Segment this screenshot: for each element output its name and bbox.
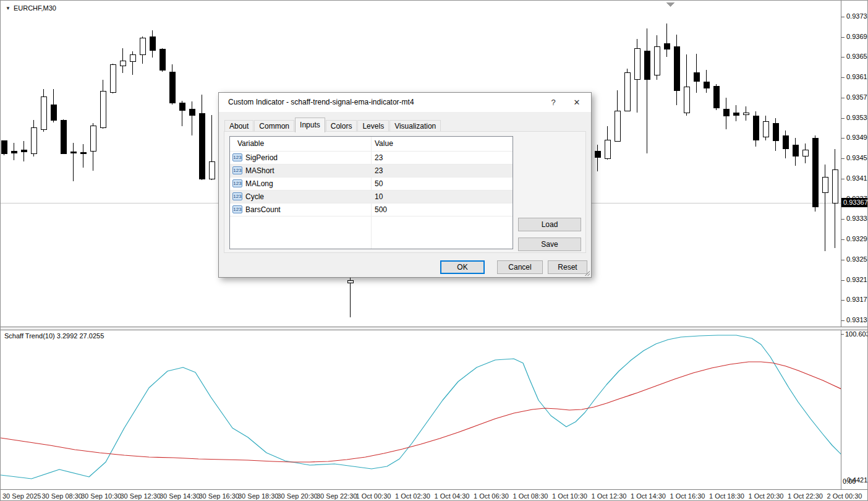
table-row[interactable]: 123 MALong 50 (230, 178, 513, 191)
table-row[interactable]: 123 SigPeriod 23 (230, 152, 513, 165)
time-axis-label: 1 Oct 08:30 (513, 492, 548, 500)
time-axis-label: 30 Sep 08:30 (42, 492, 82, 500)
time-axis-label: 1 Oct 12:30 (592, 492, 627, 500)
price-tick (841, 77, 845, 78)
numeric-parameter-icon: 123 (232, 166, 242, 174)
variable-value[interactable]: 23 (375, 153, 383, 162)
table-row[interactable]: 123 MAShort 23 (230, 165, 513, 178)
price-tick (841, 320, 845, 321)
load-button[interactable]: Load (518, 218, 581, 231)
numeric-parameter-icon: 123 (232, 153, 242, 161)
candle (120, 48, 126, 73)
variable-value[interactable]: 23 (375, 166, 383, 175)
dialog-titlebar[interactable]: Custom Indicator - schaff-trend-signal-e… (219, 93, 591, 112)
variable-name: BarsCount (245, 205, 281, 214)
signal-line (1, 362, 841, 462)
variable-name: Cycle (245, 192, 264, 201)
variable-value[interactable]: 50 (375, 179, 383, 188)
mt4-chart-window: ▼EURCHF,M30 0.937350.936950.936550.93615… (0, 0, 868, 501)
variable-name: MAShort (245, 166, 274, 175)
candle (832, 149, 838, 248)
price-tick (841, 37, 845, 38)
price-axis[interactable]: 0.937350.936950.936550.936150.935750.935… (841, 1, 868, 489)
price-axis-label: 0.93215 (846, 276, 868, 283)
time-axis[interactable]: 30 Sep 202530 Sep 08:3030 Sep 10:3030 Se… (1, 489, 868, 501)
column-header-value: Value (375, 139, 393, 148)
candle (753, 111, 759, 147)
candle (674, 35, 679, 105)
candle (605, 126, 610, 160)
save-button[interactable]: Save (518, 238, 581, 251)
time-axis-label: 30 Sep 2025 (2, 492, 41, 500)
time-axis-label: 1 Oct 04:30 (435, 492, 470, 500)
reset-button[interactable]: Reset (548, 260, 587, 274)
dialog-title: Custom Indicator - schaff-trend-signal-e… (228, 98, 414, 106)
time-axis-label: 1 Oct 06:30 (474, 492, 509, 500)
resize-grip[interactable] (585, 271, 590, 276)
candle (1, 140, 7, 155)
table-row[interactable]: 123 BarsCount 500 (230, 203, 513, 216)
time-axis-label: 1 Oct 14:30 (631, 492, 666, 500)
price-tick (841, 300, 845, 301)
tab-colors[interactable]: Colors (326, 120, 357, 132)
price-tick (841, 260, 845, 260)
tab-about[interactable]: About (224, 120, 253, 132)
price-axis-label: 0.93175 (846, 296, 868, 303)
help-button[interactable]: ? (543, 93, 564, 112)
cancel-button[interactable]: Cancel (497, 260, 543, 274)
price-axis-label: 0.93335 (846, 215, 868, 222)
candle (179, 101, 185, 126)
parameters-table: Variable Value 123 SigPeriod 23 123 MASh… (229, 136, 513, 249)
candle (110, 64, 116, 93)
tab-visualization[interactable]: Visualization (389, 120, 441, 132)
candle (169, 64, 175, 105)
candle (189, 101, 195, 135)
variable-value[interactable]: 500 (375, 205, 387, 214)
price-tick (841, 239, 845, 240)
candle (704, 70, 709, 93)
price-tick (841, 219, 845, 220)
candle (802, 143, 808, 163)
candle (100, 80, 106, 129)
price-tick (841, 98, 845, 98)
candle (160, 48, 165, 72)
candle (644, 28, 650, 153)
price-axis-label: 0.93695 (846, 33, 868, 40)
time-axis-label: 30 Sep 10:30 (81, 492, 121, 500)
candle (11, 143, 17, 160)
tab-inputs[interactable]: Inputs (295, 118, 325, 132)
symbol-dropdown-icon[interactable]: ▼ (6, 6, 11, 11)
tab-common[interactable]: Common (254, 120, 294, 132)
time-axis-label: 1 Oct 00:30 (356, 492, 391, 500)
candle (713, 84, 719, 110)
inputs-tab-page: Variable Value 123 SigPeriod 23 123 MASh… (224, 131, 586, 253)
time-axis-label: 30 Sep 16:30 (199, 492, 239, 500)
indicator-dialog: Custom Indicator - schaff-trend-signal-e… (218, 92, 592, 278)
variable-value[interactable]: 10 (375, 192, 383, 201)
ok-button[interactable]: OK (440, 260, 485, 274)
schaff-trend-indicator-chart (1, 330, 841, 489)
time-axis-label: 30 Sep 20:30 (278, 492, 318, 500)
price-axis-label: 0.93615 (846, 73, 868, 80)
tab-levels[interactable]: Levels (357, 120, 389, 132)
candle (595, 145, 600, 171)
table-row[interactable]: 123 Cycle 10 (230, 191, 513, 203)
close-icon[interactable]: ✕ (566, 93, 587, 112)
candle (793, 138, 798, 166)
candle (21, 141, 27, 161)
candle (347, 278, 353, 317)
time-axis-label: 30 Sep 22:30 (317, 492, 357, 500)
stc-line (1, 335, 841, 479)
candle (209, 115, 215, 180)
price-axis-label: 0.93495 (846, 134, 868, 141)
indicator-scale-tick (841, 334, 844, 335)
time-axis-label: 30 Sep 14:30 (160, 492, 200, 500)
candle (812, 135, 818, 212)
chart-shift-marker-icon[interactable] (666, 2, 675, 7)
price-axis-label: 0.93295 (846, 235, 868, 242)
candle (783, 131, 788, 158)
candle (150, 30, 155, 58)
candle (733, 105, 739, 121)
table-header: Variable Value (230, 137, 513, 152)
symbol-text: EURCHF,M30 (14, 4, 56, 12)
